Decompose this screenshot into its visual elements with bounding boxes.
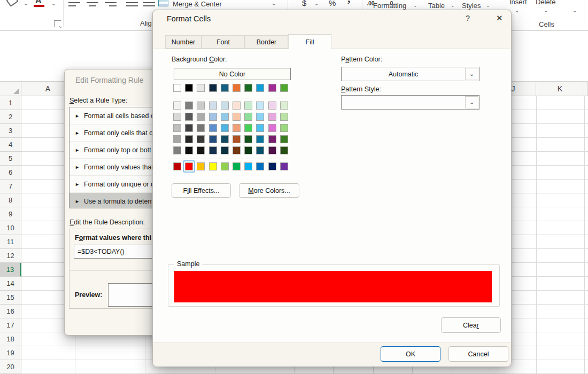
color-swatch[interactable] xyxy=(268,102,276,110)
row-header-8[interactable]: 8 xyxy=(0,193,21,207)
color-swatch[interactable] xyxy=(256,102,264,110)
insert-cells-button[interactable]: Insert xyxy=(509,0,527,6)
color-swatch[interactable] xyxy=(173,135,181,143)
comma-style-button[interactable]: , xyxy=(347,0,351,5)
color-swatch[interactable] xyxy=(233,113,241,121)
color-swatch[interactable] xyxy=(197,84,205,92)
row-header-13[interactable]: 13 xyxy=(0,263,21,277)
color-swatch[interactable] xyxy=(221,102,229,110)
color-swatch[interactable] xyxy=(185,162,193,170)
merge-center-button[interactable]: Merge & Center xyxy=(173,0,222,8)
row-header-11[interactable]: 11 xyxy=(0,235,21,249)
color-swatch[interactable] xyxy=(185,124,193,132)
format-as-table-button[interactable]: Table xyxy=(428,2,445,10)
color-swatch[interactable] xyxy=(197,162,205,170)
color-swatch[interactable] xyxy=(209,124,217,132)
percent-style-button[interactable]: % xyxy=(329,0,336,7)
chevron-down-icon[interactable]: ⌄ xyxy=(314,1,319,6)
fill-effects-button[interactable]: Fill Effects... xyxy=(172,183,231,198)
color-swatch[interactable] xyxy=(221,124,229,132)
color-swatch[interactable] xyxy=(221,84,229,92)
no-color-button[interactable]: No Color xyxy=(174,68,291,80)
more-colors-button[interactable]: More Colors... xyxy=(239,183,299,198)
color-swatch[interactable] xyxy=(173,84,181,92)
row-header-16[interactable]: 16 xyxy=(0,305,21,318)
color-swatch[interactable] xyxy=(256,146,264,154)
close-icon[interactable]: ✕ xyxy=(496,13,503,23)
color-swatch[interactable] xyxy=(233,146,241,154)
color-swatch[interactable] xyxy=(209,102,217,110)
color-swatch[interactable] xyxy=(244,102,252,110)
increase-indent-icon[interactable] xyxy=(143,0,155,9)
row-header-15[interactable]: 15 xyxy=(0,291,21,305)
color-swatch[interactable] xyxy=(244,124,252,132)
color-swatch[interactable] xyxy=(256,84,264,92)
color-swatch[interactable] xyxy=(233,135,241,143)
row-header-19[interactable]: 19 xyxy=(0,346,21,360)
color-swatch[interactable] xyxy=(256,162,264,170)
color-swatch[interactable] xyxy=(268,135,276,143)
color-swatch[interactable] xyxy=(280,146,288,154)
cell-styles-button[interactable]: Styles xyxy=(462,2,481,10)
color-swatch[interactable] xyxy=(209,113,217,121)
color-swatch[interactable] xyxy=(233,162,241,170)
row-header-5[interactable]: 5 xyxy=(0,152,21,166)
color-swatch[interactable] xyxy=(185,135,193,143)
color-swatch[interactable] xyxy=(268,84,276,92)
row-header-6[interactable]: 6 xyxy=(0,166,21,180)
row-header-14[interactable]: 14 xyxy=(0,277,21,291)
color-swatch[interactable] xyxy=(221,113,229,121)
color-swatch[interactable] xyxy=(185,113,193,121)
column-header-partial[interactable] xyxy=(584,81,588,96)
currency-format-button[interactable]: $ xyxy=(302,0,306,7)
row-header-12[interactable]: 12 xyxy=(0,249,21,263)
color-swatch[interactable] xyxy=(244,84,252,92)
color-swatch[interactable] xyxy=(209,162,217,170)
tab-number[interactable]: Number xyxy=(165,35,202,49)
color-swatch[interactable] xyxy=(209,146,217,154)
color-swatch[interactable] xyxy=(280,84,288,92)
color-swatch[interactable] xyxy=(268,124,276,132)
color-swatch[interactable] xyxy=(244,146,252,154)
pattern-style-combobox[interactable]: ⌄ xyxy=(341,95,479,110)
chevron-down-icon[interactable]: ⌄ xyxy=(572,7,577,13)
clear-button[interactable]: Clear xyxy=(441,317,501,333)
color-swatch[interactable] xyxy=(173,146,181,154)
row-header-1[interactable]: 1 xyxy=(0,96,21,110)
conditional-formatting-button[interactable]: Formatting xyxy=(373,2,406,10)
color-swatch[interactable] xyxy=(244,162,252,170)
ok-button[interactable]: OK xyxy=(381,346,440,362)
row-header-3[interactable]: 3 xyxy=(0,124,21,138)
row-header-2[interactable]: 2 xyxy=(0,110,21,124)
color-swatch[interactable] xyxy=(244,135,252,143)
row-header-10[interactable]: 10 xyxy=(0,221,21,235)
color-swatch[interactable] xyxy=(185,102,193,110)
color-swatch[interactable] xyxy=(185,146,193,154)
row-header-9[interactable]: 9 xyxy=(0,207,21,221)
delete-cells-button[interactable]: Delete xyxy=(536,0,556,6)
tab-fill[interactable]: Fill xyxy=(288,34,331,49)
chevron-down-icon[interactable]: ⌄ xyxy=(515,7,519,13)
color-swatch[interactable] xyxy=(233,102,241,110)
row-header-4[interactable]: 4 xyxy=(0,138,21,152)
color-swatch[interactable] xyxy=(280,102,288,110)
select-all-button[interactable] xyxy=(0,81,21,96)
chevron-down-icon[interactable]: ⌄ xyxy=(272,1,276,6)
chevron-down-icon[interactable]: ⌄ xyxy=(465,96,478,108)
chevron-down-icon[interactable]: ⌄ xyxy=(413,3,417,8)
color-swatch[interactable] xyxy=(280,135,288,143)
color-swatch[interactable] xyxy=(221,135,229,143)
color-swatch[interactable] xyxy=(280,124,288,132)
color-swatch[interactable] xyxy=(268,113,276,121)
align-right-icon[interactable] xyxy=(105,0,117,9)
color-swatch[interactable] xyxy=(233,124,241,132)
color-swatch[interactable] xyxy=(280,162,288,170)
color-swatch[interactable] xyxy=(221,162,229,170)
color-swatch[interactable] xyxy=(173,113,181,121)
color-swatch[interactable] xyxy=(197,113,205,121)
color-swatch[interactable] xyxy=(268,162,276,170)
row-header-20[interactable]: 20 xyxy=(0,360,21,374)
color-swatch[interactable] xyxy=(173,162,181,170)
color-swatch[interactable] xyxy=(280,113,288,121)
row-header-18[interactable]: 18 xyxy=(0,332,21,346)
